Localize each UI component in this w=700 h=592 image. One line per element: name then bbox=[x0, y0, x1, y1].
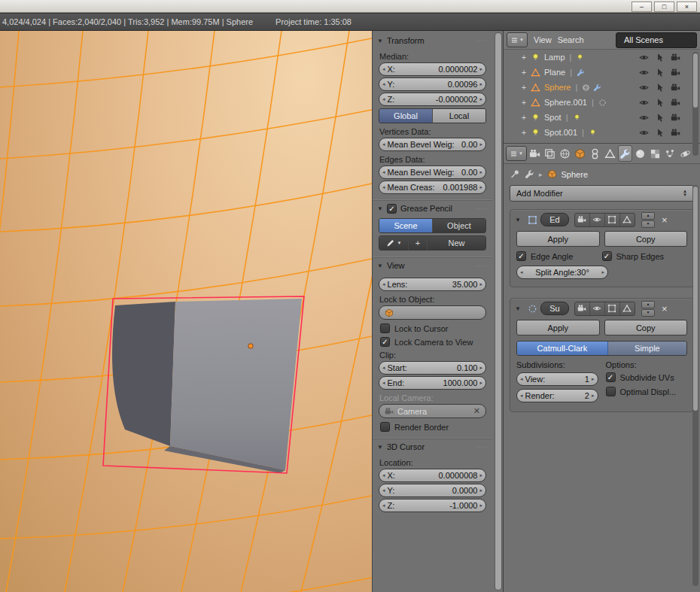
expand-icon[interactable]: + bbox=[520, 83, 528, 92]
visibility-eye-icon[interactable] bbox=[639, 128, 649, 138]
edge-bevel-weight-field[interactable]: ◂ Mean Bevel Weig: 0.00 ▸ bbox=[379, 165, 486, 179]
decrement-icon[interactable]: ◂ bbox=[382, 469, 385, 481]
visibility-eye-icon[interactable] bbox=[639, 83, 649, 93]
selectability-cursor-icon[interactable] bbox=[655, 128, 665, 138]
local-toggle-button[interactable]: Local bbox=[433, 109, 485, 123]
cursor-x-field[interactable]: ◂ X: 0.0000008 ▸ bbox=[379, 469, 486, 482]
lock-to-cursor-checkbox[interactable]: ✓ bbox=[380, 323, 390, 333]
renderability-camera-icon[interactable] bbox=[671, 128, 680, 138]
renderability-camera-icon[interactable] bbox=[671, 68, 680, 77]
view-subdivisions-field[interactable]: ◂ View: 1 ▸ bbox=[516, 372, 598, 386]
modifier-header[interactable]: ▼ Ed ▲ ▼ × bbox=[510, 210, 693, 229]
object-name[interactable]: Lamp bbox=[544, 53, 565, 62]
renderability-camera-icon[interactable] bbox=[671, 83, 680, 93]
move-up-button[interactable]: ▲ bbox=[641, 212, 655, 220]
renderability-camera-icon[interactable] bbox=[671, 113, 680, 123]
menu-view[interactable]: View bbox=[534, 35, 552, 44]
decrement-icon[interactable]: ◂ bbox=[382, 181, 385, 193]
expand-icon[interactable]: + bbox=[520, 68, 528, 77]
lock-object-selector[interactable] bbox=[379, 305, 486, 320]
display-mode-selector[interactable]: All Scenes bbox=[616, 32, 697, 48]
grease-pencil-checkbox[interactable]: ✓ bbox=[387, 204, 397, 214]
visibility-eye-icon[interactable] bbox=[639, 113, 649, 123]
viewport-toggle[interactable] bbox=[590, 214, 605, 226]
editmode-toggle[interactable] bbox=[605, 302, 620, 315]
renderability-camera-icon[interactable] bbox=[671, 53, 680, 62]
panel-header-grease-pencil[interactable]: ▼ ✓ Grease Pencil ···· bbox=[373, 200, 492, 216]
tab-render[interactable] bbox=[528, 145, 542, 162]
decrement-icon[interactable]: ◂ bbox=[382, 377, 385, 389]
decrement-icon[interactable]: ◂ bbox=[382, 166, 385, 178]
tab-modifiers[interactable] bbox=[618, 145, 632, 162]
edge-angle-row[interactable]: ✓ Edge Angle bbox=[516, 251, 602, 261]
decrement-icon[interactable]: ◂ bbox=[520, 390, 523, 402]
increment-icon[interactable]: ▸ bbox=[592, 390, 595, 402]
tab-constraints[interactable] bbox=[588, 145, 602, 162]
editor-type-button[interactable]: ▼ bbox=[507, 32, 528, 47]
render-toggle[interactable] bbox=[575, 302, 590, 315]
increment-icon[interactable]: ▸ bbox=[479, 93, 482, 105]
viewport-3d[interactable] bbox=[0, 31, 372, 592]
close-button[interactable]: × bbox=[677, 2, 697, 12]
maximize-button[interactable]: □ bbox=[654, 2, 674, 12]
modifier-name-field[interactable]: Su bbox=[540, 302, 569, 315]
minimize-button[interactable]: – bbox=[632, 2, 652, 12]
increment-icon[interactable]: ▸ bbox=[479, 278, 482, 290]
object-name[interactable]: Sphere.001 bbox=[544, 98, 587, 107]
global-toggle-button[interactable]: Global bbox=[379, 109, 433, 123]
grease-add-button[interactable]: + bbox=[409, 236, 428, 250]
visibility-eye-icon[interactable] bbox=[639, 98, 649, 108]
local-camera-selector[interactable]: Camera ✕ bbox=[379, 404, 486, 418]
lock-camera-checkbox[interactable]: ✓ bbox=[380, 337, 390, 347]
simple-button[interactable]: Simple bbox=[608, 342, 686, 355]
decrement-icon[interactable]: ◂ bbox=[520, 373, 523, 385]
mean-crease-field[interactable]: ◂ Mean Creas: 0.001988 ▸ bbox=[379, 181, 486, 194]
render-toggle[interactable] bbox=[575, 214, 590, 226]
increment-icon[interactable]: ▸ bbox=[479, 499, 482, 512]
scrollbar-thumb[interactable] bbox=[495, 33, 501, 590]
tab-render-layers[interactable] bbox=[543, 145, 557, 162]
decrement-icon[interactable]: ◂ bbox=[382, 63, 385, 75]
viewport-toggle[interactable] bbox=[590, 302, 605, 315]
increment-icon[interactable]: ▸ bbox=[479, 469, 482, 481]
selectability-cursor-icon[interactable] bbox=[655, 53, 665, 62]
lock-to-cursor-row[interactable]: ✓ Lock to Cursor bbox=[380, 323, 485, 333]
increment-icon[interactable]: ▸ bbox=[479, 484, 482, 496]
increment-icon[interactable]: ▸ bbox=[592, 373, 595, 385]
clip-start-field[interactable]: ◂ Start: 0.100 ▸ bbox=[379, 361, 486, 375]
median-x-field[interactable]: ◂ X: 0.0000002 ▸ bbox=[379, 62, 486, 76]
tab-world[interactable] bbox=[558, 145, 572, 162]
outliner-row-sphere[interactable]: + Sphere | bbox=[504, 80, 700, 95]
increment-icon[interactable]: ▸ bbox=[601, 266, 604, 278]
delete-modifier-icon[interactable]: × bbox=[662, 215, 668, 225]
visibility-eye-icon[interactable] bbox=[639, 53, 649, 62]
grease-scene-button[interactable]: Scene bbox=[379, 219, 433, 232]
optimal-display-checkbox[interactable]: ✓ bbox=[606, 387, 616, 396]
copy-button[interactable]: Copy bbox=[604, 231, 688, 247]
tab-texture[interactable] bbox=[648, 145, 662, 162]
collapse-arrow-icon[interactable]: ▼ bbox=[515, 305, 521, 312]
selectability-cursor-icon[interactable] bbox=[655, 68, 665, 77]
decrement-icon[interactable]: ◂ bbox=[382, 362, 385, 374]
lens-field[interactable]: ◂ Lens: 35.000 ▸ bbox=[379, 278, 486, 291]
median-y-field[interactable]: ◂ Y: 0.00096 ▸ bbox=[379, 77, 486, 91]
tab-material[interactable] bbox=[633, 145, 647, 162]
modifier-name-field[interactable]: Ed bbox=[540, 213, 569, 226]
editmode-toggle[interactable] bbox=[605, 214, 620, 226]
modifier-header[interactable]: ▼ Su ▲ ▼ × bbox=[510, 299, 693, 318]
pin-icon[interactable] bbox=[510, 169, 520, 179]
breadcrumb-object-name[interactable]: Sphere bbox=[562, 170, 588, 179]
scrollbar-thumb[interactable] bbox=[693, 187, 698, 411]
clip-end-field[interactable]: ◂ End: 1000.000 ▸ bbox=[379, 376, 486, 390]
median-z-field[interactable]: ◂ Z: -0.0000002 ▸ bbox=[379, 93, 486, 106]
optimal-display-row[interactable]: ✓ Optimal Displ... bbox=[606, 387, 688, 396]
decrement-icon[interactable]: ◂ bbox=[382, 78, 385, 90]
panel-header-view[interactable]: ▼ View ···· bbox=[373, 257, 492, 273]
increment-icon[interactable]: ▸ bbox=[479, 166, 482, 178]
increment-icon[interactable]: ▸ bbox=[479, 78, 482, 90]
panel-header-3d-cursor[interactable]: ▼ 3D Cursor ···· bbox=[373, 439, 492, 454]
edge-angle-checkbox[interactable]: ✓ bbox=[516, 251, 526, 261]
lock-camera-to-view-row[interactable]: ✓ Lock Camera to View bbox=[380, 337, 485, 347]
selectability-cursor-icon[interactable] bbox=[655, 83, 665, 93]
delete-modifier-icon[interactable]: × bbox=[662, 304, 668, 314]
